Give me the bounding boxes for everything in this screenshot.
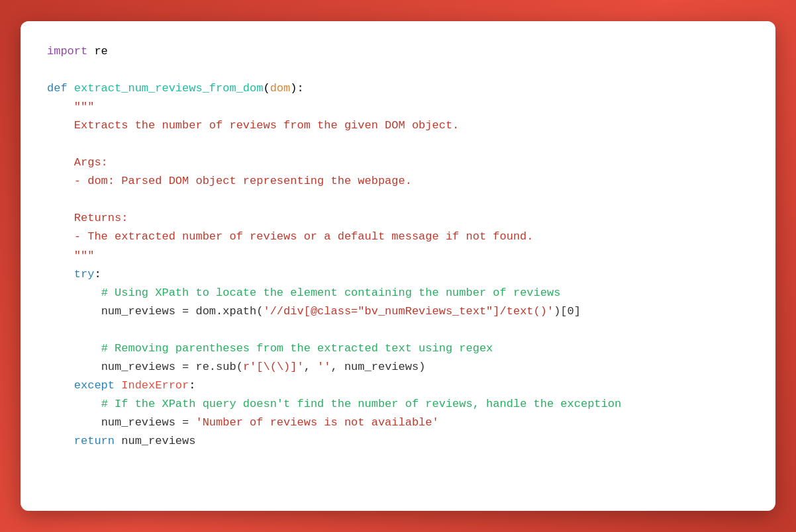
code-line: Extracts the number of reviews from the … — [47, 116, 749, 135]
code-line: # If the XPath query doesn't find the nu… — [47, 395, 749, 414]
code-line: """ — [47, 247, 749, 265]
code-line: - The extracted number of reviews or a d… — [47, 228, 749, 246]
code-line: except IndexError: — [47, 377, 749, 395]
code-line: return num_reviews — [47, 432, 749, 451]
code-line — [47, 61, 749, 79]
code-line: import re — [47, 42, 749, 61]
code-line: def extract_num_reviews_from_dom(dom): — [47, 79, 749, 98]
code-line: # Using XPath to locate the element cont… — [47, 284, 749, 302]
code-line: # Removing parentheses from the extracte… — [47, 339, 749, 358]
code-line: try: — [47, 265, 749, 284]
code-block: import re def extract_num_reviews_from_d… — [47, 42, 749, 451]
code-line: num_reviews = re.sub(r'[\(\)]', '', num_… — [47, 358, 749, 377]
code-line: num_reviews = dom.xpath('//div[@class="b… — [47, 302, 749, 321]
code-line — [47, 135, 749, 154]
code-line: - dom: Parsed DOM object representing th… — [47, 172, 749, 191]
code-line: """ — [47, 98, 749, 116]
code-line: Args: — [47, 154, 749, 172]
code-line: Returns: — [47, 209, 749, 228]
code-line: num_reviews = 'Number of reviews is not … — [47, 414, 749, 432]
code-line — [47, 321, 749, 339]
code-line — [47, 191, 749, 209]
code-container: import re def extract_num_reviews_from_d… — [21, 21, 775, 511]
